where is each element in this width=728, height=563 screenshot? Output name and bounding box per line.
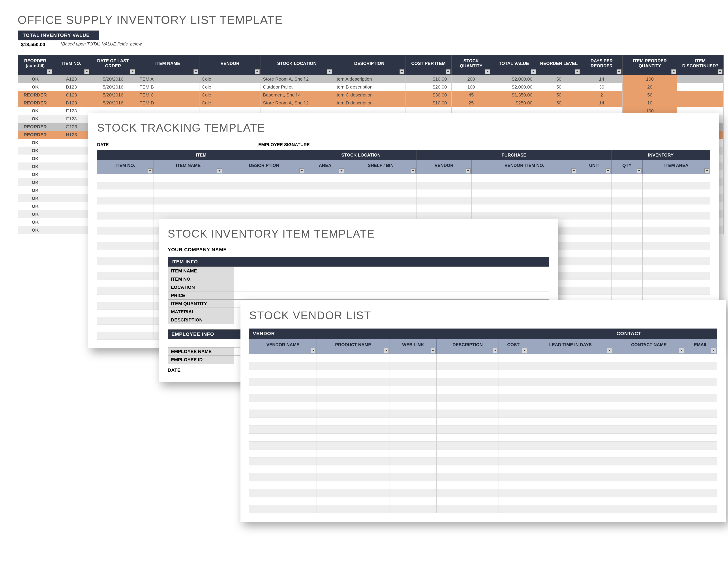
vendor-cell[interactable] [613,362,685,370]
office-col-header[interactable]: COST PER ITEM [405,55,451,75]
vendor-cell[interactable] [390,386,437,394]
vendor-cell[interactable] [249,418,317,426]
filter-dropdown-icon[interactable] [384,348,389,353]
office-col-header[interactable]: DESCRIPTION [333,55,405,75]
vendor-cell[interactable] [437,426,499,433]
filter-dropdown-icon[interactable] [299,168,304,173]
tracking-cell[interactable] [417,212,471,219]
tracking-cell[interactable] [611,174,642,182]
date-input-line[interactable] [111,141,252,146]
vendor-cell[interactable] [685,489,717,497]
filter-dropdown-icon[interactable] [311,348,316,353]
tracking-col-header[interactable]: ITEM NO. [97,160,154,174]
office-col-header[interactable]: DATE OF LAST ORDER [90,55,136,75]
vendor-cell[interactable] [613,457,685,465]
vendor-cell[interactable] [528,354,613,362]
vendor-cell[interactable] [613,473,685,481]
filter-dropdown-icon[interactable] [704,168,709,173]
vendor-cell[interactable] [249,410,317,418]
filter-dropdown-icon[interactable] [400,69,404,74]
vendor-cell[interactable] [499,497,528,505]
tracking-cell[interactable] [577,264,611,272]
vendor-cell[interactable] [685,497,717,505]
vendor-cell[interactable] [613,449,685,457]
vendor-cell[interactable] [499,457,528,465]
filter-dropdown-icon[interactable] [193,69,198,74]
tracking-cell[interactable] [611,279,642,287]
filter-dropdown-icon[interactable] [130,69,135,74]
tracking-cell[interactable] [611,204,642,212]
tracking-cell[interactable] [223,204,305,212]
vendor-cell[interactable] [499,394,528,402]
tracking-col-header[interactable]: UNIT [577,160,611,174]
vendor-cell[interactable] [528,418,613,426]
tracking-cell[interactable] [97,197,154,204]
vendor-cell[interactable] [317,370,390,378]
vendor-cell[interactable] [437,386,499,394]
vendor-cell[interactable] [390,362,437,370]
vendor-cell[interactable] [499,354,528,362]
office-col-header[interactable]: REORDER (auto-fill) [18,55,53,75]
vendor-cell[interactable] [317,433,390,441]
vendor-cell[interactable] [390,354,437,362]
vendor-cell[interactable] [390,465,437,473]
vendor-cell[interactable] [499,378,528,386]
vendor-cell[interactable] [613,433,685,441]
signature-input-line[interactable] [311,141,453,146]
tracking-cell[interactable] [611,197,642,204]
tracking-cell[interactable] [97,264,154,272]
vendor-cell[interactable] [685,386,717,394]
vendor-cell[interactable] [685,433,717,441]
filter-dropdown-icon[interactable] [47,69,52,74]
vendor-cell[interactable] [437,505,499,513]
vendor-cell[interactable] [437,457,499,465]
vendor-cell[interactable] [613,354,685,362]
tracking-cell[interactable] [154,204,223,212]
tracking-cell[interactable] [345,204,417,212]
vendor-cell[interactable] [685,362,717,370]
tracking-cell[interactable] [642,264,710,272]
tracking-cell[interactable] [97,279,154,287]
tracking-cell[interactable] [642,234,710,242]
office-col-header[interactable]: VENDOR [199,55,261,75]
tracking-cell[interactable] [417,174,471,182]
tracking-cell[interactable] [345,174,417,182]
vendor-cell[interactable] [528,465,613,473]
tracking-col-header[interactable]: SHELF / BIN [345,160,417,174]
tracking-cell[interactable] [97,294,154,302]
tracking-cell[interactable] [97,272,154,279]
vendor-cell[interactable] [437,465,499,473]
vendor-col-header[interactable]: COST [499,339,528,354]
vendor-cell[interactable] [317,386,390,394]
filter-dropdown-icon[interactable] [718,69,722,74]
vendor-cell[interactable] [499,473,528,481]
vendor-cell[interactable] [317,457,390,465]
vendor-cell[interactable] [613,370,685,378]
tracking-cell[interactable] [305,212,345,219]
vendor-cell[interactable] [249,386,317,394]
vendor-cell[interactable] [685,441,717,449]
vendor-cell[interactable] [437,370,499,378]
tracking-cell[interactable] [97,189,154,197]
vendor-cell[interactable] [499,441,528,449]
vendor-cell[interactable] [499,449,528,457]
vendor-cell[interactable] [437,497,499,505]
vendor-cell[interactable] [613,497,685,505]
vendor-cell[interactable] [317,497,390,505]
filter-dropdown-icon[interactable] [522,348,527,353]
vendor-cell[interactable] [528,449,613,457]
vendor-cell[interactable] [499,418,528,426]
vendor-cell[interactable] [317,489,390,497]
tracking-cell[interactable] [471,189,577,197]
office-col-header[interactable]: ITEM NAME [136,55,199,75]
vendor-cell[interactable] [317,473,390,481]
vendor-cell[interactable] [685,465,717,473]
tracking-cell[interactable] [471,197,577,204]
filter-dropdown-icon[interactable] [493,348,498,353]
vendor-cell[interactable] [685,354,717,362]
vendor-cell[interactable] [437,362,499,370]
tracking-cell[interactable] [97,332,154,339]
filter-dropdown-icon[interactable] [84,69,89,74]
filter-dropdown-icon[interactable] [446,69,450,74]
tracking-cell[interactable] [611,227,642,234]
